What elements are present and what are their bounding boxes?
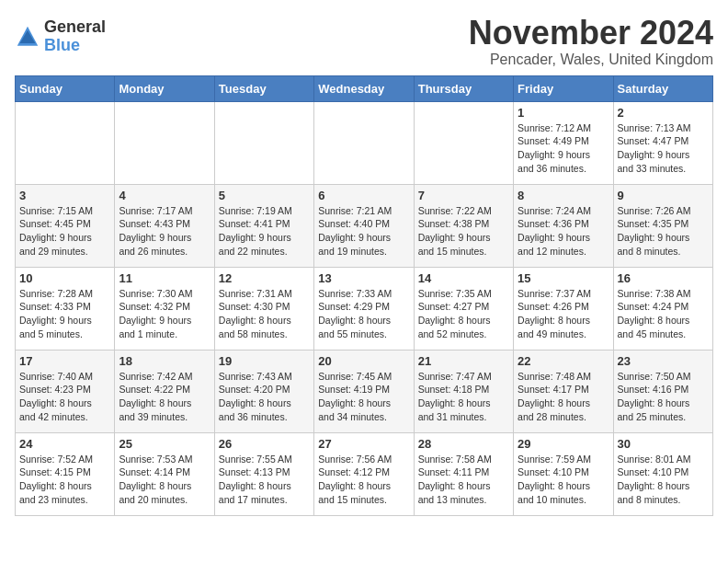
calendar-cell-5-3: 26Sunrise: 7:55 AM Sunset: 4:13 PM Dayli… (214, 432, 313, 515)
day-info: Sunrise: 7:30 AM Sunset: 4:32 PM Dayligh… (119, 287, 210, 341)
calendar-cell-1-5 (414, 101, 513, 184)
logo-blue: Blue (44, 37, 106, 55)
calendar-cell-1-2 (115, 101, 214, 184)
calendar-cell-5-7: 30Sunrise: 8:01 AM Sunset: 4:10 PM Dayli… (613, 432, 712, 515)
calendar-cell-3-2: 11Sunrise: 7:30 AM Sunset: 4:32 PM Dayli… (115, 267, 214, 350)
day-info: Sunrise: 7:50 AM Sunset: 4:16 PM Dayligh… (618, 370, 709, 424)
day-number: 26 (219, 437, 310, 451)
logo-icon (15, 24, 40, 50)
calendar-cell-1-4 (314, 101, 414, 184)
calendar-header-thursday: Thursday (414, 75, 513, 101)
day-info: Sunrise: 7:28 AM Sunset: 4:33 PM Dayligh… (19, 287, 110, 341)
calendar-cell-2-6: 8Sunrise: 7:24 AM Sunset: 4:36 PM Daylig… (514, 184, 613, 267)
calendar-week-5: 24Sunrise: 7:52 AM Sunset: 4:15 PM Dayli… (16, 432, 713, 515)
calendar-week-1: 1Sunrise: 7:12 AM Sunset: 4:49 PM Daylig… (16, 101, 713, 184)
calendar-cell-3-6: 15Sunrise: 7:37 AM Sunset: 4:26 PM Dayli… (514, 267, 613, 350)
calendar-cell-1-1 (16, 101, 115, 184)
day-info: Sunrise: 7:33 AM Sunset: 4:29 PM Dayligh… (318, 287, 409, 341)
calendar-cell-2-5: 7Sunrise: 7:22 AM Sunset: 4:38 PM Daylig… (414, 184, 513, 267)
day-number: 1 (518, 106, 609, 120)
day-number: 16 (618, 271, 709, 285)
calendar-cell-2-2: 4Sunrise: 7:17 AM Sunset: 4:43 PM Daylig… (115, 184, 214, 267)
day-number: 8 (518, 189, 609, 202)
title-area: November 2024 Pencader, Wales, United Ki… (469, 15, 713, 68)
day-number: 28 (418, 437, 509, 451)
calendar-cell-4-1: 17Sunrise: 7:40 AM Sunset: 4:23 PM Dayli… (16, 350, 115, 432)
day-info: Sunrise: 7:26 AM Sunset: 4:35 PM Dayligh… (618, 204, 709, 259)
day-info: Sunrise: 7:31 AM Sunset: 4:30 PM Dayligh… (219, 287, 310, 341)
day-number: 21 (418, 354, 509, 368)
calendar-week-2: 3Sunrise: 7:15 AM Sunset: 4:45 PM Daylig… (16, 184, 713, 267)
day-number: 13 (318, 271, 409, 285)
calendar-cell-1-6: 1Sunrise: 7:12 AM Sunset: 4:49 PM Daylig… (514, 101, 613, 184)
calendar-cell-4-2: 18Sunrise: 7:42 AM Sunset: 4:22 PM Dayli… (115, 350, 214, 432)
day-info: Sunrise: 7:43 AM Sunset: 4:20 PM Dayligh… (219, 370, 310, 424)
calendar-week-3: 10Sunrise: 7:28 AM Sunset: 4:33 PM Dayli… (16, 267, 713, 350)
calendar-cell-2-7: 9Sunrise: 7:26 AM Sunset: 4:35 PM Daylig… (613, 184, 712, 267)
calendar-header-wednesday: Wednesday (314, 75, 414, 101)
day-info: Sunrise: 7:19 AM Sunset: 4:41 PM Dayligh… (219, 204, 310, 259)
day-info: Sunrise: 7:38 AM Sunset: 4:24 PM Dayligh… (618, 287, 709, 341)
calendar-cell-3-1: 10Sunrise: 7:28 AM Sunset: 4:33 PM Dayli… (16, 267, 115, 350)
calendar-cell-1-7: 2Sunrise: 7:13 AM Sunset: 4:47 PM Daylig… (613, 101, 712, 184)
calendar-header-friday: Friday (514, 75, 613, 101)
day-number: 15 (518, 271, 609, 285)
calendar-cell-5-5: 28Sunrise: 7:58 AM Sunset: 4:11 PM Dayli… (414, 432, 513, 515)
day-info: Sunrise: 7:52 AM Sunset: 4:15 PM Dayligh… (19, 453, 110, 507)
day-info: Sunrise: 7:47 AM Sunset: 4:18 PM Dayligh… (418, 370, 509, 424)
calendar-header-saturday: Saturday (613, 75, 712, 101)
day-info: Sunrise: 7:40 AM Sunset: 4:23 PM Dayligh… (19, 370, 110, 424)
day-number: 17 (19, 354, 110, 368)
day-number: 7 (418, 189, 509, 202)
day-info: Sunrise: 7:24 AM Sunset: 4:36 PM Dayligh… (518, 204, 609, 259)
calendar-cell-1-3 (214, 101, 313, 184)
calendar-cell-3-3: 12Sunrise: 7:31 AM Sunset: 4:30 PM Dayli… (214, 267, 313, 350)
day-info: Sunrise: 7:42 AM Sunset: 4:22 PM Dayligh… (119, 370, 210, 424)
day-info: Sunrise: 7:12 AM Sunset: 4:49 PM Dayligh… (518, 121, 609, 176)
day-number: 5 (219, 189, 310, 202)
day-info: Sunrise: 8:01 AM Sunset: 4:10 PM Dayligh… (618, 453, 709, 507)
day-info: Sunrise: 7:59 AM Sunset: 4:10 PM Dayligh… (518, 453, 609, 507)
calendar-cell-5-4: 27Sunrise: 7:56 AM Sunset: 4:12 PM Dayli… (314, 432, 414, 515)
day-info: Sunrise: 7:53 AM Sunset: 4:14 PM Dayligh… (119, 453, 210, 507)
day-info: Sunrise: 7:45 AM Sunset: 4:19 PM Dayligh… (318, 370, 409, 424)
day-number: 22 (518, 354, 609, 368)
logo-general: General (44, 18, 106, 37)
calendar-cell-4-3: 19Sunrise: 7:43 AM Sunset: 4:20 PM Dayli… (214, 350, 313, 432)
day-number: 2 (618, 106, 709, 120)
calendar-cell-2-4: 6Sunrise: 7:21 AM Sunset: 4:40 PM Daylig… (314, 184, 414, 267)
calendar-week-4: 17Sunrise: 7:40 AM Sunset: 4:23 PM Dayli… (16, 350, 713, 432)
day-number: 24 (19, 437, 110, 451)
day-info: Sunrise: 7:17 AM Sunset: 4:43 PM Dayligh… (119, 204, 210, 259)
day-number: 10 (19, 271, 110, 285)
calendar-header-monday: Monday (115, 75, 214, 101)
calendar-cell-4-6: 22Sunrise: 7:48 AM Sunset: 4:17 PM Dayli… (514, 350, 613, 432)
day-number: 9 (618, 189, 709, 202)
calendar-cell-5-1: 24Sunrise: 7:52 AM Sunset: 4:15 PM Dayli… (16, 432, 115, 515)
day-number: 27 (318, 437, 409, 451)
day-info: Sunrise: 7:48 AM Sunset: 4:17 PM Dayligh… (518, 370, 609, 424)
day-number: 12 (219, 271, 310, 285)
day-info: Sunrise: 7:15 AM Sunset: 4:45 PM Dayligh… (19, 204, 110, 259)
day-number: 11 (119, 271, 210, 285)
calendar-cell-2-3: 5Sunrise: 7:19 AM Sunset: 4:41 PM Daylig… (214, 184, 313, 267)
day-number: 18 (119, 354, 210, 368)
day-number: 29 (518, 437, 609, 451)
logo: General Blue (15, 18, 106, 55)
header: General Blue November 2024 Pencader, Wal… (15, 15, 713, 68)
day-info: Sunrise: 7:35 AM Sunset: 4:27 PM Dayligh… (418, 287, 509, 341)
calendar-header-row: SundayMondayTuesdayWednesdayThursdayFrid… (16, 75, 713, 101)
calendar-cell-5-2: 25Sunrise: 7:53 AM Sunset: 4:14 PM Dayli… (115, 432, 214, 515)
day-number: 3 (19, 189, 110, 202)
day-info: Sunrise: 7:58 AM Sunset: 4:11 PM Dayligh… (418, 453, 509, 507)
day-info: Sunrise: 7:55 AM Sunset: 4:13 PM Dayligh… (219, 453, 310, 507)
calendar-cell-5-6: 29Sunrise: 7:59 AM Sunset: 4:10 PM Dayli… (514, 432, 613, 515)
day-number: 20 (318, 354, 409, 368)
day-info: Sunrise: 7:56 AM Sunset: 4:12 PM Dayligh… (318, 453, 409, 507)
subtitle: Pencader, Wales, United Kingdom (469, 52, 713, 68)
day-info: Sunrise: 7:37 AM Sunset: 4:26 PM Dayligh… (518, 287, 609, 341)
calendar-cell-3-7: 16Sunrise: 7:38 AM Sunset: 4:24 PM Dayli… (613, 267, 712, 350)
calendar-cell-4-5: 21Sunrise: 7:47 AM Sunset: 4:18 PM Dayli… (414, 350, 513, 432)
day-number: 23 (618, 354, 709, 368)
calendar-cell-4-4: 20Sunrise: 7:45 AM Sunset: 4:19 PM Dayli… (314, 350, 414, 432)
